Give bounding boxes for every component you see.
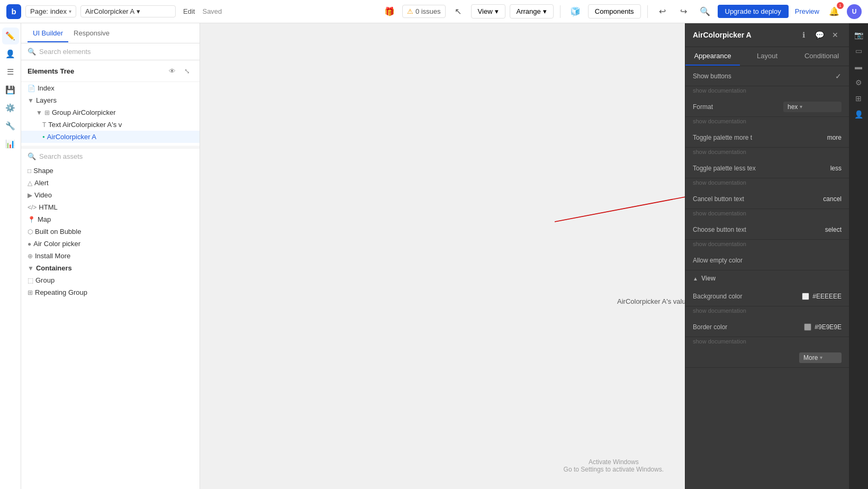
view-button[interactable]: View ▾ — [471, 4, 505, 19]
list-item-air-color-picker[interactable]: ● Air Color picker — [21, 238, 200, 250]
tree-header-icons: 👁 ⤡ — [166, 65, 193, 77]
redo-icon-button[interactable]: ↪ — [675, 3, 692, 20]
sidebar-item-data[interactable]: 💾 — [2, 82, 19, 98]
undo-icon-button[interactable]: ↩ — [654, 3, 671, 20]
tab-appearance[interactable]: Appearance — [685, 47, 740, 66]
prop-doc-cancel[interactable]: show documentation — [685, 209, 849, 220]
tree-item-text-aircolorpicker[interactable]: T Text AirColorpicker A's v — [21, 119, 200, 131]
list-item-label-air-color-picker: Air Color picker — [33, 240, 80, 248]
page-label: Page: — [30, 7, 48, 15]
tree-expand-icon[interactable]: ⤡ — [180, 65, 193, 77]
prop-background-color: Background color #EEEEEE — [685, 286, 849, 306]
list-item-map[interactable]: 📍 Map — [21, 213, 200, 225]
sidebar-item-users[interactable]: 👤 — [2, 46, 19, 62]
list-item-alert[interactable]: △ Alert — [21, 177, 200, 189]
prop-doc-show-buttons[interactable]: show documentation — [685, 86, 849, 97]
far-right-panel-icon[interactable]: ▬ — [851, 59, 866, 74]
prop-value-toggle-more[interactable]: more — [827, 134, 842, 141]
list-item-group[interactable]: ⬚ Group — [21, 274, 200, 286]
tab-ui-builder[interactable]: UI Builder — [28, 25, 68, 42]
prop-value-cancel[interactable]: cancel — [823, 195, 842, 203]
list-item-install-more[interactable]: ⊕ Install More — [21, 250, 200, 262]
tree-item-layers[interactable]: ▼ Layers — [21, 94, 200, 106]
sidebar-item-analytics[interactable]: 📊 — [2, 135, 19, 152]
element-name-selector[interactable]: AirColorpicker A ▾ — [80, 5, 176, 17]
close-icon[interactable]: ✕ — [829, 29, 842, 41]
prop-doc-toggle-more[interactable]: show documentation — [685, 148, 849, 158]
prop-label-toggle-less: Toggle palette less tex — [693, 165, 830, 172]
view-label: View — [478, 7, 493, 15]
border-color-text: #9E9E9E — [815, 323, 842, 331]
tab-conditional[interactable]: Conditional — [794, 47, 849, 66]
search-elements-input[interactable] — [39, 48, 193, 56]
cursor-icon-button[interactable]: ↖ — [450, 3, 467, 20]
far-right-camera-icon[interactable]: 📷 — [851, 28, 866, 42]
prop-doc-toggle-less[interactable]: show documentation — [685, 178, 849, 189]
view-chevron-icon: ▾ — [495, 7, 499, 15]
sidebar-item-layers[interactable]: ☰ — [2, 64, 19, 80]
upgrade-button[interactable]: Upgrade to deploy — [718, 5, 789, 18]
section-view-header[interactable]: ▲ View — [685, 270, 849, 286]
sidebar-item-plugins[interactable]: 🔧 — [2, 117, 19, 134]
info-icon[interactable]: ℹ — [797, 29, 810, 41]
search-assets-input[interactable] — [39, 152, 193, 160]
prop-value-toggle-less[interactable]: less — [830, 165, 842, 172]
app-logo[interactable]: b — [6, 4, 21, 19]
section-containers[interactable]: ▼ Containers — [21, 262, 200, 274]
gift-icon-button[interactable]: 🎁 — [381, 3, 398, 20]
tree-item-index[interactable]: 📄 Index — [21, 82, 200, 94]
search-icon-button[interactable]: 🔍 — [697, 3, 713, 20]
issues-button[interactable]: ⚠ 0 issues — [402, 5, 446, 18]
tab-layout[interactable]: Layout — [740, 47, 794, 66]
canvas-area[interactable]: ● AirColorpicker A AirColorpicker A's va… — [200, 23, 685, 489]
main-layout: ✏️ 👤 ☰ 💾 ⚙️ 🔧 📊 UI Builder Responsive 🔍 … — [0, 23, 868, 489]
format-value-text: hex — [788, 103, 798, 111]
sidebar-item-cursor[interactable]: ✏️ — [2, 28, 19, 44]
list-item-label-shape: Shape — [33, 167, 53, 175]
list-item-html[interactable]: </> HTML — [21, 201, 200, 213]
right-panel-tabs: Appearance Layout Conditional — [685, 47, 849, 66]
arrange-button[interactable]: Arrange ▾ — [510, 4, 554, 19]
tab-responsive[interactable]: Responsive — [68, 25, 115, 42]
tree-item-label-group: Group AirColorpicker — [52, 108, 116, 116]
prop-value-bg-color[interactable]: #EEEEEE — [802, 293, 842, 300]
dot-element-icon: ● — [42, 134, 45, 139]
tree-item-label-aircolorpicker: AirColorpicker A — [47, 133, 96, 141]
icon-sidebar: ✏️ 👤 ☰ 💾 ⚙️ 🔧 📊 — [0, 23, 21, 489]
notifications-button[interactable]: 🔔 1 — [826, 3, 843, 20]
tree-item-aircolorpicker-a[interactable]: ● AirColorpicker A — [21, 131, 200, 143]
element-chevron-icon: ▾ — [137, 7, 140, 15]
prop-value-show-buttons[interactable]: ✓ — [835, 72, 842, 80]
page-selector[interactable]: Page: index ▾ — [25, 5, 76, 17]
user-avatar[interactable]: U — [847, 4, 862, 19]
list-item-label-map: Map — [38, 215, 51, 223]
prop-doc-bg-color[interactable]: show documentation — [685, 306, 849, 317]
preview-button[interactable]: Preview — [793, 7, 821, 15]
far-right-settings-gear-icon[interactable]: ⚙ — [851, 75, 866, 90]
prop-value-border-color[interactable]: #9E9E9E — [804, 323, 842, 331]
list-item-repeating-group[interactable]: ⊞ Repeating Group — [21, 286, 200, 298]
list-item-label-built-on-bubble: Built on Bubble — [35, 228, 81, 236]
section-view-label: View — [701, 275, 716, 282]
right-panel-header: AirColorpicker A ℹ 💬 ✕ — [685, 23, 849, 47]
prop-doc-format[interactable]: show documentation — [685, 117, 849, 128]
far-right-grid-icon[interactable]: ⊞ — [851, 91, 866, 106]
prop-label-border-color: Border color — [693, 323, 804, 331]
prop-doc-border-color[interactable]: show documentation — [685, 337, 849, 348]
comment-icon[interactable]: 💬 — [813, 29, 826, 41]
search-elements-icon: 🔍 — [28, 48, 36, 56]
sidebar-item-settings[interactable]: ⚙️ — [2, 99, 19, 116]
list-item-video[interactable]: ▶ Video — [21, 189, 200, 201]
list-item-shape[interactable]: □ Shape — [21, 165, 200, 177]
tree-item-group-aircolorpicker[interactable]: ▼ ⊞ Group AirColorpicker — [21, 106, 200, 119]
far-right-user-icon[interactable]: 👤 — [851, 107, 866, 122]
list-item-built-on-bubble[interactable]: ⬡ Built on Bubble — [21, 225, 200, 238]
tree-visibility-icon[interactable]: 👁 — [166, 65, 178, 77]
prop-doc-choose[interactable]: show documentation — [685, 240, 849, 250]
prop-value-choose[interactable]: select — [825, 226, 842, 233]
far-right-layers-icon[interactable]: ▭ — [851, 43, 866, 58]
prop-value-format[interactable]: hex ▾ — [783, 102, 842, 112]
more-button[interactable]: More ▾ — [799, 352, 842, 363]
right-panel-header-icons: ℹ 💬 ✕ — [797, 29, 842, 41]
components-button[interactable]: Components — [588, 4, 641, 19]
